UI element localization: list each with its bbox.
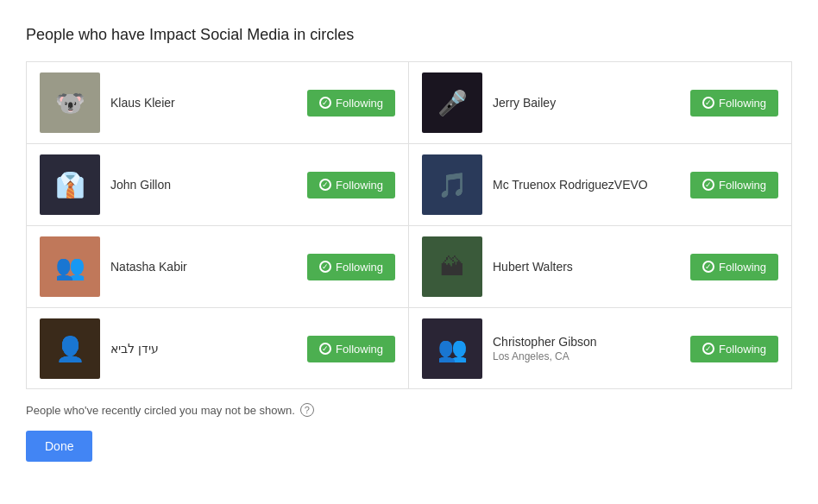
list-item: 🎤Jerry Bailey✓Following bbox=[409, 62, 791, 144]
avatar: 🎤 bbox=[422, 72, 482, 133]
avatar: 👔 bbox=[40, 154, 100, 215]
list-item: 🎵Mc Truenox RodriguezVEVO✓Following bbox=[409, 144, 791, 226]
avatar: 👤 bbox=[40, 318, 100, 379]
check-circle-icon: ✓ bbox=[319, 261, 331, 273]
check-circle-icon: ✓ bbox=[319, 343, 331, 355]
list-item: 👔John Gillon✓Following bbox=[27, 144, 409, 226]
done-button[interactable]: Done bbox=[26, 431, 92, 462]
footer-text: People who've recently circled you may n… bbox=[26, 404, 295, 417]
check-circle-icon: ✓ bbox=[319, 97, 331, 109]
footer-note: People who've recently circled you may n… bbox=[26, 403, 792, 417]
avatar: 👥 bbox=[40, 236, 100, 297]
person-name: Natasha Kabir bbox=[110, 260, 297, 274]
list-item: 👥Christopher GibsonLos Angeles, CA✓Follo… bbox=[409, 308, 791, 389]
following-label: Following bbox=[336, 179, 383, 192]
following-button[interactable]: ✓Following bbox=[307, 254, 395, 280]
list-item: 🐨Klaus Kleier✓Following bbox=[27, 62, 409, 144]
check-circle-icon: ✓ bbox=[702, 343, 714, 355]
list-item: 👥Natasha Kabir✓Following bbox=[27, 226, 409, 308]
help-icon[interactable]: ? bbox=[300, 403, 314, 417]
person-location: Los Angeles, CA bbox=[493, 350, 680, 362]
following-button[interactable]: ✓Following bbox=[690, 336, 778, 362]
person-info: Christopher GibsonLos Angeles, CA bbox=[493, 335, 680, 362]
person-name: עידן לביא bbox=[110, 342, 297, 356]
following-button[interactable]: ✓Following bbox=[307, 90, 395, 117]
check-circle-icon: ✓ bbox=[702, 179, 714, 191]
person-info: עידן לביא bbox=[110, 342, 297, 356]
following-label: Following bbox=[336, 97, 383, 110]
person-info: John Gillon bbox=[110, 178, 297, 192]
page-title: People who have Impact Social Media in c… bbox=[26, 26, 792, 44]
following-button[interactable]: ✓Following bbox=[690, 90, 778, 117]
following-label: Following bbox=[719, 261, 766, 274]
person-info: Jerry Bailey bbox=[493, 96, 680, 110]
person-name: Klaus Kleier bbox=[110, 96, 297, 110]
person-name: Hubert Walters bbox=[493, 260, 680, 274]
person-name: Mc Truenox RodriguezVEVO bbox=[493, 178, 680, 192]
main-container: People who have Impact Social Media in c… bbox=[0, 0, 818, 479]
following-label: Following bbox=[336, 261, 383, 274]
following-label: Following bbox=[719, 179, 766, 192]
avatar: 👥 bbox=[422, 318, 482, 379]
following-button[interactable]: ✓Following bbox=[690, 254, 778, 280]
avatar: 🎵 bbox=[422, 154, 482, 215]
person-info: Mc Truenox RodriguezVEVO bbox=[493, 178, 680, 192]
list-item: 🏔Hubert Walters✓Following bbox=[409, 226, 791, 308]
person-info: Klaus Kleier bbox=[110, 96, 297, 110]
following-button[interactable]: ✓Following bbox=[690, 172, 778, 198]
person-name: Christopher Gibson bbox=[493, 335, 680, 349]
following-label: Following bbox=[719, 97, 766, 110]
person-name: Jerry Bailey bbox=[493, 96, 680, 110]
person-info: Natasha Kabir bbox=[110, 260, 297, 274]
person-name: John Gillon bbox=[110, 178, 297, 192]
following-label: Following bbox=[719, 343, 766, 356]
avatar: 🐨 bbox=[40, 72, 100, 133]
following-button[interactable]: ✓Following bbox=[307, 336, 395, 362]
person-info: Hubert Walters bbox=[493, 260, 680, 274]
avatar: 🏔 bbox=[422, 236, 482, 297]
check-circle-icon: ✓ bbox=[702, 97, 714, 109]
following-label: Following bbox=[336, 343, 383, 356]
people-grid: 🐨Klaus Kleier✓Following🎤Jerry Bailey✓Fol… bbox=[26, 61, 792, 389]
check-circle-icon: ✓ bbox=[702, 261, 714, 273]
following-button[interactable]: ✓Following bbox=[307, 172, 395, 198]
list-item: 👤עידן לביא✓Following bbox=[27, 308, 409, 389]
check-circle-icon: ✓ bbox=[319, 179, 331, 191]
